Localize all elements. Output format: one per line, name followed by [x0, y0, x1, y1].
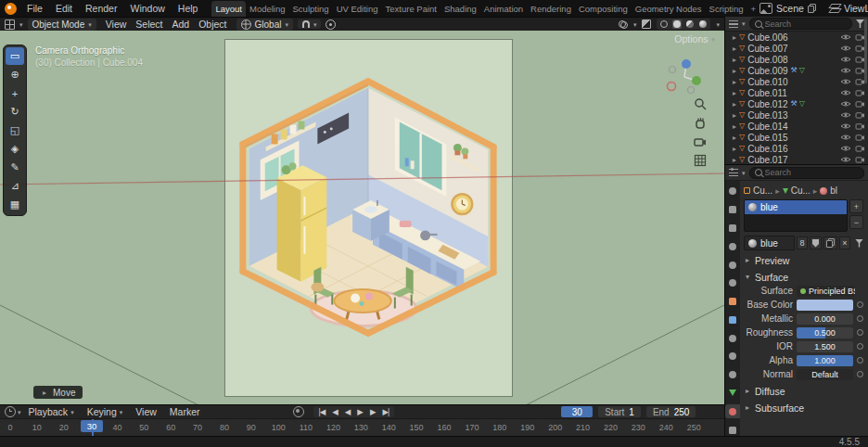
object-name[interactable]: Cube.011: [747, 88, 787, 98]
outliner-row[interactable]: ▸ ▽ Cube.008 ⚒ ▽: [725, 54, 868, 65]
workspace-tab[interactable]: Scripting: [706, 1, 747, 17]
fake-user-button[interactable]: [810, 236, 822, 249]
transform-orientation-selector[interactable]: Global ▾: [236, 19, 293, 31]
hide-eye-icon[interactable]: [840, 89, 851, 96]
workspace-tab[interactable]: Animation: [480, 1, 527, 17]
outliner-scrollbar[interactable]: [864, 19, 867, 83]
workspace-tab[interactable]: Compositing: [575, 1, 632, 17]
xray-toggle-icon[interactable]: [642, 19, 651, 29]
overlays-icon[interactable]: [619, 20, 628, 29]
playback-button[interactable]: ◀: [328, 406, 341, 417]
add-cube-tool[interactable]: ▦: [6, 196, 24, 213]
material-browse-field[interactable]: blue: [744, 236, 795, 250]
add-slot-button[interactable]: +: [849, 199, 863, 213]
camera-view-icon[interactable]: [694, 136, 707, 147]
camera-view-frame[interactable]: [224, 39, 513, 397]
properties-editor-icon[interactable]: [729, 169, 738, 176]
workspace-tab[interactable]: Rendering: [527, 1, 575, 17]
metallic-slider[interactable]: 0.000: [797, 313, 853, 325]
properties-tab-view-layer[interactable]: [725, 239, 740, 253]
disclosure-icon[interactable]: ▸: [733, 134, 736, 142]
cursor-tool[interactable]: ⊕: [6, 66, 24, 83]
disclosure-icon[interactable]: ▸: [733, 56, 736, 64]
hide-eye-icon[interactable]: [840, 145, 851, 152]
playhead-frame-badge[interactable]: 30: [81, 420, 103, 432]
operator-panel-move[interactable]: ▸ Move: [33, 386, 83, 399]
topbar-menu[interactable]: File: [20, 2, 49, 15]
camera-toggle-icon[interactable]: [855, 156, 865, 163]
playback-button[interactable]: ▶: [353, 406, 366, 417]
base-color-swatch[interactable]: [797, 300, 853, 311]
object-name[interactable]: Cube.006: [747, 32, 787, 43]
viewlayer-name[interactable]: ViewLayer: [844, 3, 868, 14]
hide-eye-icon[interactable]: [840, 156, 851, 163]
transform-tool[interactable]: ◈: [6, 140, 24, 158]
filter-icon[interactable]: [856, 19, 864, 28]
zoom-icon[interactable]: [694, 97, 707, 110]
properties-tab-render[interactable]: [725, 203, 740, 217]
properties-tab-tool[interactable]: [725, 185, 740, 198]
object-name[interactable]: Cube.012: [747, 99, 787, 109]
decorator-dot-icon[interactable]: [857, 329, 863, 336]
properties-tab-constraints[interactable]: [725, 368, 740, 382]
scene-name[interactable]: Scene: [776, 3, 804, 14]
keying-menu[interactable]: Keying ▾: [82, 406, 129, 417]
3d-scene[interactable]: [225, 40, 512, 396]
shading-wireframe-icon[interactable]: [659, 19, 669, 29]
viewport-menu[interactable]: View: [101, 19, 132, 30]
grid-toggle-icon[interactable]: [694, 154, 707, 167]
material-slot-selected[interactable]: blue: [745, 200, 847, 214]
workspace-tab[interactable]: +: [747, 1, 760, 17]
panel-subsurface[interactable]: ▸ Subsurface: [744, 401, 863, 415]
viewport-menu[interactable]: Select: [131, 19, 167, 30]
panel-surface[interactable]: ▾ Surface: [744, 270, 863, 284]
scale-tool[interactable]: ◱: [6, 121, 24, 139]
outliner-row[interactable]: ▸ ▽ Cube.012 ⚒ ▽: [725, 98, 868, 109]
outliner-row[interactable]: ▸ ▽ Cube.014 ⚒ ▽: [725, 121, 868, 132]
view-menu[interactable]: View: [130, 406, 162, 417]
alpha-slider[interactable]: 1.000: [797, 355, 853, 366]
camera-toggle-icon[interactable]: [855, 89, 865, 96]
hide-eye-icon[interactable]: [840, 56, 851, 63]
playback-button[interactable]: ▶|: [378, 406, 392, 417]
viewport-menu[interactable]: Object: [194, 19, 231, 30]
disclosure-icon[interactable]: ▸: [733, 122, 736, 131]
snap-selector[interactable]: ▾: [298, 19, 322, 29]
decorator-dot-icon[interactable]: [857, 301, 863, 308]
object-name[interactable]: Cube.016: [747, 144, 787, 154]
roughness-slider[interactable]: 0.500: [797, 327, 853, 338]
normal-input[interactable]: Default: [797, 369, 853, 380]
properties-tab-data[interactable]: [725, 387, 740, 401]
topbar-menu[interactable]: Edit: [49, 2, 79, 15]
hide-eye-icon[interactable]: [840, 33, 851, 41]
camera-toggle-icon[interactable]: [855, 100, 865, 108]
properties-tab-particles[interactable]: [725, 331, 740, 345]
workspace-tab[interactable]: Modeling: [246, 1, 289, 17]
proportional-editing-icon[interactable]: [326, 19, 336, 30]
properties-tab-scene[interactable]: [725, 258, 740, 272]
users-count-button[interactable]: 8: [797, 236, 808, 249]
start-frame-field[interactable]: Start1: [598, 406, 641, 417]
camera-toggle-icon[interactable]: [855, 134, 865, 141]
decorator-dot-icon[interactable]: [857, 357, 863, 364]
unlink-material-button[interactable]: ×: [839, 236, 850, 249]
ior-slider[interactable]: 1.500: [797, 341, 853, 352]
outliner-row[interactable]: ▸ ▽ Cube.017 ⚒ ▽: [725, 154, 868, 164]
topbar-menu[interactable]: Help: [172, 2, 205, 15]
properties-tab-object[interactable]: [725, 295, 740, 309]
hide-eye-icon[interactable]: [840, 134, 851, 141]
hide-eye-icon[interactable]: [840, 78, 851, 85]
properties-tab-texture[interactable]: [725, 423, 740, 436]
topbar-menu[interactable]: Window: [123, 2, 171, 15]
properties-tab-physics[interactable]: [725, 350, 740, 364]
workspace-tab[interactable]: Geometry Nodes: [632, 1, 706, 17]
select-box-tool[interactable]: ▭: [6, 47, 24, 65]
new-scene-icon[interactable]: [808, 4, 816, 13]
outliner-editor-icon[interactable]: [729, 20, 738, 28]
navigation-gizmo[interactable]: [664, 57, 705, 97]
editor-type-icon[interactable]: [5, 19, 15, 30]
breadcrumb-data[interactable]: Cu...: [791, 185, 811, 196]
disclosure-icon[interactable]: ▸: [733, 89, 736, 97]
camera-toggle-icon[interactable]: [855, 122, 865, 130]
hide-eye-icon[interactable]: [840, 100, 851, 108]
